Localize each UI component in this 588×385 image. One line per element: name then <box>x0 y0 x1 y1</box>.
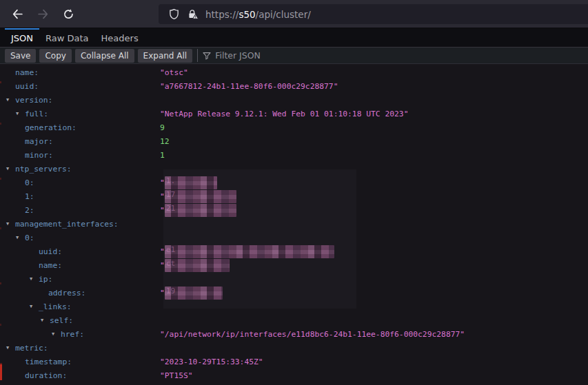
twisty-collapse-icon[interactable]: ▼ <box>41 318 50 323</box>
json-value: 12 <box>160 137 170 146</box>
json-key: ip: <box>39 275 52 284</box>
toolbar-separator <box>197 49 198 62</box>
forward-button[interactable] <box>32 3 53 24</box>
redacted-value-blur: 19 <box>165 287 223 300</box>
json-string-quote: " <box>160 192 165 201</box>
insecure-connection-lock-icon[interactable] <box>183 5 203 24</box>
url-scheme: https:// <box>205 9 239 20</box>
screenshot-artifact-dots <box>0 81 1 83</box>
json-key: 1: <box>25 192 34 201</box>
json-value: "/api/network/ip/interfaces/e11d8bc6-24b… <box>160 330 465 339</box>
json-value: "2023-10-29T15:33:45Z" <box>160 357 263 366</box>
json-row: ▼href:"/api/network/ip/interfaces/e11d8b… <box>0 327 588 341</box>
copy-button[interactable]: Copy <box>39 49 71 63</box>
json-row: ▼version: <box>0 93 588 107</box>
json-number-value: 1 <box>160 151 165 160</box>
json-string-value: "2023-10-29T15:33:45Z" <box>160 357 263 366</box>
json-key: duration: <box>25 371 67 380</box>
json-key: self: <box>50 316 73 325</box>
json-value: "19 <box>160 289 223 298</box>
json-string-quote: " <box>160 247 165 256</box>
twisty-collapse-icon[interactable]: ▼ <box>6 98 15 103</box>
url-bar[interactable]: https://s50/api/cluster/ <box>159 4 588 24</box>
collapse-all-button[interactable]: Collapse All <box>75 49 134 63</box>
twisty-collapse-icon[interactable]: ▼ <box>52 332 61 337</box>
json-key: uuid: <box>39 247 62 256</box>
back-arrow-icon <box>12 8 23 20</box>
json-string-value: "PT15S" <box>160 371 193 380</box>
json-value: "otsc" <box>160 68 188 77</box>
json-key: 0: <box>25 233 34 242</box>
json-row: major:12 <box>0 134 588 148</box>
json-string-value: "NetApp Release 9.12.1: Wed Feb 01 01:10… <box>160 110 408 118</box>
json-row: name:"ct <box>0 258 588 272</box>
json-key: timestamp: <box>25 357 72 366</box>
json-key: 2: <box>25 206 34 215</box>
twisty-collapse-icon[interactable]: ▼ <box>16 236 25 240</box>
json-value: "17 <box>160 192 236 201</box>
tab-raw-data[interactable]: Raw Data <box>39 28 95 47</box>
jsonviewer-tabbar: JSON Raw Data Headers <box>0 28 588 47</box>
json-value: "21 <box>160 206 236 215</box>
json-row: ▼metric: <box>0 341 588 355</box>
json-key: version: <box>15 96 52 105</box>
json-key: ntp_servers: <box>15 165 72 174</box>
json-key: management_interfaces: <box>15 220 119 229</box>
redacted-value-blur: ct <box>165 259 230 272</box>
json-row: uuid:"e1 <box>0 244 588 258</box>
filter-json-input[interactable] <box>215 50 367 61</box>
json-string-value: "/api/network/ip/interfaces/e11d8bc6-24b… <box>160 330 465 339</box>
json-row: ▼full:"NetApp Release 9.12.1: Wed Feb 01… <box>0 107 588 121</box>
json-tree: name:"otsc"uuid:"a7667812-24b1-11ee-80f6… <box>0 64 588 385</box>
json-key: minor: <box>25 151 53 160</box>
save-button[interactable]: Save <box>5 49 36 63</box>
json-string-quote: " <box>160 261 165 270</box>
twisty-collapse-icon[interactable]: ▼ <box>30 304 39 309</box>
tracking-protection-shield-icon[interactable] <box>164 5 183 24</box>
json-row: ▼self: <box>0 313 588 327</box>
tab-headers[interactable]: Headers <box>95 28 145 47</box>
expand-all-button[interactable]: Expand All <box>138 49 193 63</box>
json-row: ▼ip: <box>0 272 588 286</box>
json-string-quote: " <box>160 178 165 187</box>
json-row: ▼management_interfaces: <box>0 217 588 231</box>
json-value: "NetApp Release 9.12.1: Wed Feb 01 01:10… <box>160 110 408 118</box>
twisty-collapse-icon[interactable]: ▼ <box>6 222 15 227</box>
json-key: href: <box>61 330 84 339</box>
redacted-ghost-text: 19 <box>165 287 176 295</box>
twisty-collapse-icon[interactable]: ▼ <box>6 346 15 351</box>
json-number-value: 9 <box>160 123 165 132</box>
json-key: major: <box>25 137 53 146</box>
forward-arrow-icon <box>37 8 49 20</box>
twisty-collapse-icon[interactable]: ▼ <box>16 112 25 116</box>
jsonviewer-command-bar: Save Copy Collapse All Expand All <box>0 47 588 64</box>
twisty-collapse-icon[interactable]: ▼ <box>30 277 39 282</box>
json-string-value: "otsc" <box>160 68 188 77</box>
twisty-collapse-icon[interactable]: ▼ <box>6 167 15 171</box>
json-row: ▼ntp_servers: <box>0 162 588 176</box>
tab-json[interactable]: JSON <box>5 28 39 47</box>
json-value: 9 <box>160 123 165 132</box>
back-button[interactable] <box>7 3 28 24</box>
json-row: ▼_links: <box>0 300 588 313</box>
reload-button[interactable] <box>58 3 79 24</box>
url-text: https://s50/api/cluster/ <box>205 9 311 20</box>
filter-funnel-icon <box>202 51 212 61</box>
json-key: address: <box>48 289 85 298</box>
redacted-ghost-text: 17 <box>165 190 176 199</box>
filter-box <box>202 50 367 61</box>
browser-window: https://s50/api/cluster/ JSON Raw Data H… <box>0 0 588 385</box>
json-row: address:"19 <box>0 286 588 300</box>
url-host: s50 <box>239 9 255 20</box>
json-row: 2:"21 <box>0 203 588 217</box>
json-string-quote: " <box>160 289 165 298</box>
json-string-quote: " <box>160 206 165 215</box>
json-row: ▼0: <box>0 231 588 244</box>
reload-icon <box>63 8 74 20</box>
json-row: duration:"PT15S" <box>0 368 588 382</box>
redacted-ghost-text: 21 <box>165 204 176 213</box>
json-key: name: <box>15 68 39 77</box>
json-row: minor:1 <box>0 148 588 162</box>
json-value: 1 <box>160 151 165 160</box>
json-key: name: <box>39 261 62 270</box>
